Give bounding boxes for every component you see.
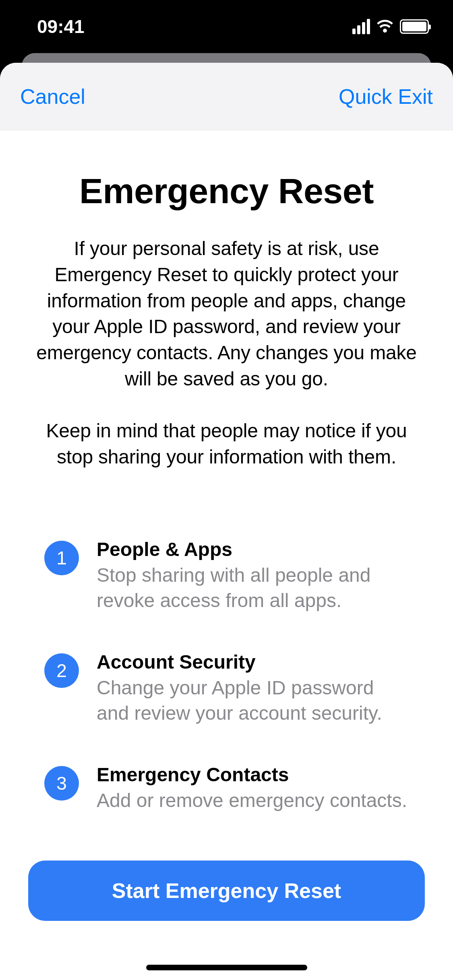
step-description: Add or remove emergency contacts.: [97, 788, 409, 813]
step-title: Emergency Contacts: [97, 764, 409, 786]
step-number-badge: 3: [44, 766, 79, 801]
start-emergency-reset-button[interactable]: Start Emergency Reset: [28, 861, 425, 921]
step-text: Emergency Contacts Add or remove emergen…: [97, 764, 409, 813]
modal-sheet: Cancel Quick Exit Emergency Reset If you…: [0, 63, 453, 980]
cellular-signal-icon: [352, 19, 370, 34]
wifi-icon: [376, 19, 394, 34]
step-item: 3 Emergency Contacts Add or remove emerg…: [44, 764, 409, 813]
description-secondary: Keep in mind that people may notice if y…: [28, 418, 425, 470]
step-title: Account Security: [97, 651, 409, 673]
navigation-bar: Cancel Quick Exit: [0, 63, 453, 130]
step-text: Account Security Change your Apple ID pa…: [97, 651, 409, 726]
status-indicators: [352, 19, 429, 34]
quick-exit-button[interactable]: Quick Exit: [339, 84, 433, 109]
status-bar: 09:41: [0, 0, 453, 53]
step-text: People & Apps Stop sharing with all peop…: [97, 538, 409, 613]
step-title: People & Apps: [97, 538, 409, 560]
step-number-badge: 2: [44, 653, 79, 688]
step-description: Change your Apple ID password and review…: [97, 675, 409, 726]
battery-icon: [400, 19, 429, 34]
home-indicator[interactable]: [146, 965, 307, 970]
description-primary: If your personal safety is at risk, use …: [28, 236, 425, 392]
steps-list: 1 People & Apps Stop sharing with all pe…: [28, 538, 425, 813]
page-title: Emergency Reset: [28, 171, 425, 212]
step-item: 2 Account Security Change your Apple ID …: [44, 651, 409, 726]
content-area: Emergency Reset If your personal safety …: [0, 130, 453, 980]
step-number-badge: 1: [44, 541, 79, 575]
status-time: 09:41: [37, 16, 85, 37]
cancel-button[interactable]: Cancel: [20, 84, 85, 109]
step-description: Stop sharing with all people and revoke …: [97, 563, 409, 613]
step-item: 1 People & Apps Stop sharing with all pe…: [44, 538, 409, 613]
